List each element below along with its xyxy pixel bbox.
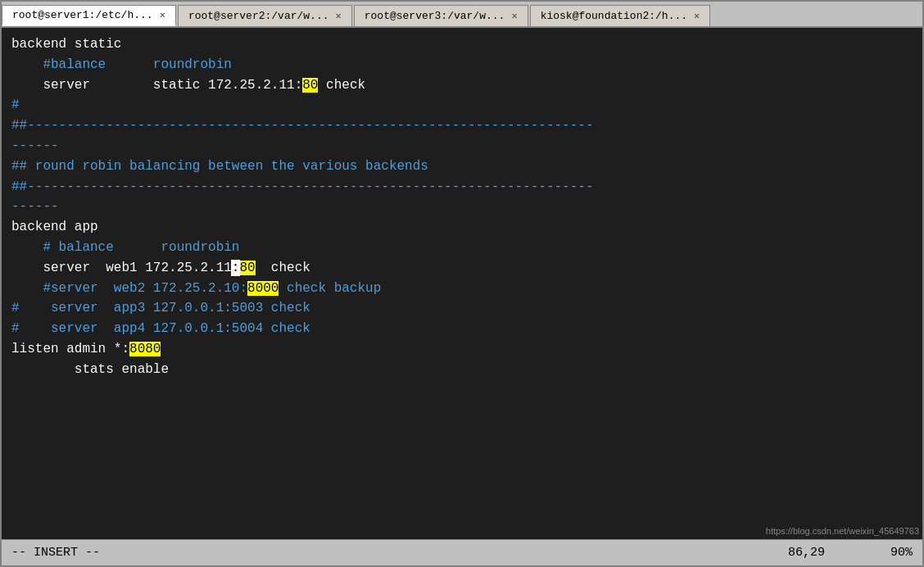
tab-4[interactable]: kiosk@foundation2:/h... ✕ [530,5,711,26]
editor-line-3: server static 172.25.2.11:80 check [11,75,913,96]
insert-mode-indicator: -- INSERT -- [11,546,100,560]
editor-line-17: stats enable [11,360,913,380]
editor-line-1: backend static [11,34,913,55]
editor-line-8: ##--------------------------------------… [11,177,913,197]
tab-3-label: root@server3:/var/w... [365,10,505,22]
editor-area[interactable]: backend static #balance roundrobin serve… [2,28,922,539]
tab-4-label: kiosk@foundation2:/h... [541,10,687,22]
tab-2-close[interactable]: ✕ [336,10,342,22]
editor-line-10: backend app [11,217,913,238]
watermark: https://blog.csdn.net/weixin_45649763 [766,524,919,538]
editor-line-16: listen admin *:8080 [11,339,913,360]
tab-1-label: root@server1:/etc/h... [12,9,153,21]
tab-4-close[interactable]: ✕ [694,10,700,22]
tab-1[interactable]: root@server1:/etc/h... ✕ [2,5,176,26]
editor-line-13: #server web2 172.25.2.10:8000 check back… [11,279,913,299]
status-bar: -- INSERT -- 86,29 90% [2,539,922,565]
editor-line-11: # balance roundrobin [11,238,913,258]
editor-line-4: # [11,95,913,116]
terminal-window: root@server1:/etc/h... ✕ root@server2:/v… [0,0,924,567]
editor-line-2: #balance roundrobin [11,55,913,75]
cursor-position: 86,29 [788,546,825,560]
tab-2[interactable]: root@server2:/var/w... ✕ [178,5,352,26]
editor-line-9: ------ [11,197,913,217]
editor-line-12: server web1 172.25.2.11:80 check [11,258,913,279]
editor-line-15: # server app4 127.0.0.1:5004 check [11,319,913,339]
tab-bar: root@server1:/etc/h... ✕ root@server2:/v… [2,2,922,28]
editor-line-14: # server app3 127.0.0.1:5003 check [11,298,913,319]
tab-3[interactable]: root@server3:/var/w... ✕ [354,5,528,26]
tab-1-close[interactable]: ✕ [160,9,165,21]
status-right: 86,29 90% [788,546,913,560]
editor-line-7: ## round robin balancing between the var… [11,156,913,177]
scroll-percent: 90% [890,546,913,560]
editor-line-6: ------ [11,136,913,156]
tab-2-label: root@server2:/var/w... [188,10,329,22]
editor-line-5: ##--------------------------------------… [11,116,913,136]
tab-3-close[interactable]: ✕ [511,10,517,22]
